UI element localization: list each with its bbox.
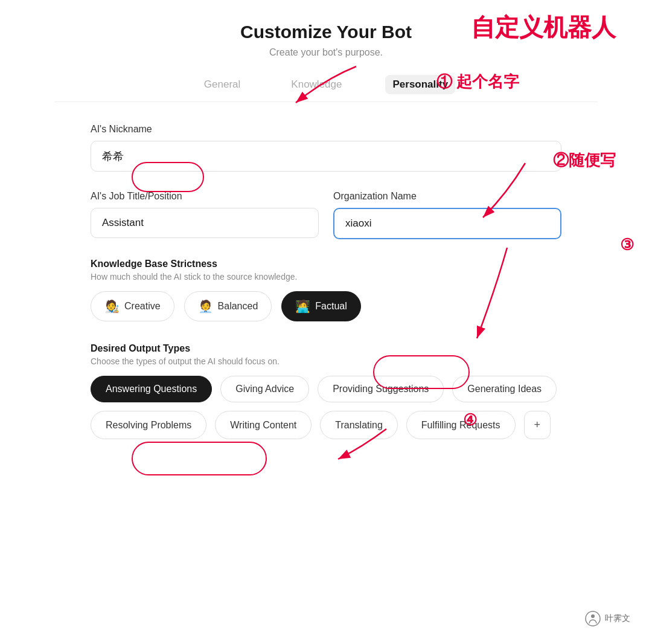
output-label: Desired Output Types xyxy=(91,343,561,354)
watermark-icon xyxy=(584,610,601,627)
output-section: Desired Output Types Choose the types of… xyxy=(91,343,561,439)
strictness-creative[interactable]: 🧑‍🎨 Creative xyxy=(91,291,174,321)
add-output-type-button[interactable]: + xyxy=(524,411,551,439)
tag-writing-content[interactable]: Writing Content xyxy=(215,411,312,439)
tab-knowledge[interactable]: Knowledge xyxy=(284,75,349,94)
balanced-emoji: 🧑‍💼 xyxy=(198,299,213,314)
annotation-circle4: ④ xyxy=(463,411,477,430)
tab-general[interactable]: General xyxy=(197,75,248,94)
factual-emoji: 🧑‍💻 xyxy=(295,299,310,314)
org-input[interactable] xyxy=(333,208,561,239)
tag-generating-ideas[interactable]: Generating Ideas xyxy=(452,376,557,402)
job-input[interactable] xyxy=(91,208,319,238)
strictness-sublabel: How much should the AI stick to the sour… xyxy=(91,272,561,282)
tag-translating[interactable]: Translating xyxy=(320,411,398,439)
form-section: AI's Nickname AI's Job Title/Position Or… xyxy=(54,124,598,439)
page-wrapper: 自定义机器人 ① 起个名字 ②随便写 ③ ④ xyxy=(0,0,652,644)
annotation-circle1: ① 起个名字 xyxy=(436,71,519,92)
nickname-field: AI's Nickname xyxy=(91,124,561,172)
strictness-section: Knowledge Base Strictness How much shoul… xyxy=(91,259,561,321)
tag-answering-questions[interactable]: Answering Questions xyxy=(91,376,212,402)
balanced-label: Balanced xyxy=(218,301,258,312)
svg-point-4 xyxy=(586,611,600,626)
factual-label: Factual xyxy=(315,301,347,312)
org-label: Organization Name xyxy=(333,191,561,202)
job-label: AI's Job Title/Position xyxy=(91,191,319,202)
tag-providing-suggestions[interactable]: Providing Suggestions xyxy=(318,376,444,402)
org-col: Organization Name xyxy=(333,191,561,239)
annotation-chinese-title: 自定义机器人 xyxy=(471,11,616,44)
strictness-factual[interactable]: 🧑‍💻 Factual xyxy=(281,291,360,321)
page-subtitle: Create your bot's purpose. xyxy=(54,47,598,58)
nickname-input[interactable] xyxy=(91,141,561,172)
strictness-balanced[interactable]: 🧑‍💼 Balanced xyxy=(184,291,272,321)
creative-label: Creative xyxy=(124,301,161,312)
tag-resolving-problems[interactable]: Resolving Problems xyxy=(91,411,206,439)
nickname-label: AI's Nickname xyxy=(91,124,561,135)
creative-emoji: 🧑‍🎨 xyxy=(104,299,120,314)
strictness-label: Knowledge Base Strictness xyxy=(91,259,561,269)
watermark: 叶霁文 xyxy=(584,610,630,627)
annotation-circle3: ③ xyxy=(620,236,634,254)
tag-fulfilling-requests[interactable]: Fulfilling Requests xyxy=(406,411,516,439)
tag-giving-advice[interactable]: Giving Advice xyxy=(220,376,309,402)
annotation-circle2: ②随便写 xyxy=(553,150,616,171)
strictness-options: 🧑‍🎨 Creative 🧑‍💼 Balanced 🧑‍💻 Factual xyxy=(91,291,561,321)
output-tags: Answering Questions Giving Advice Provid… xyxy=(91,376,561,439)
svg-point-5 xyxy=(591,614,595,618)
job-col: AI's Job Title/Position xyxy=(91,191,319,239)
job-org-row: AI's Job Title/Position Organization Nam… xyxy=(91,191,561,239)
watermark-text: 叶霁文 xyxy=(605,613,630,624)
main-content: Customize Your Bot Create your bot's pur… xyxy=(54,0,598,439)
output-sublabel: Choose the types of output the AI should… xyxy=(91,356,561,366)
answering-circle-annotation xyxy=(132,442,267,475)
